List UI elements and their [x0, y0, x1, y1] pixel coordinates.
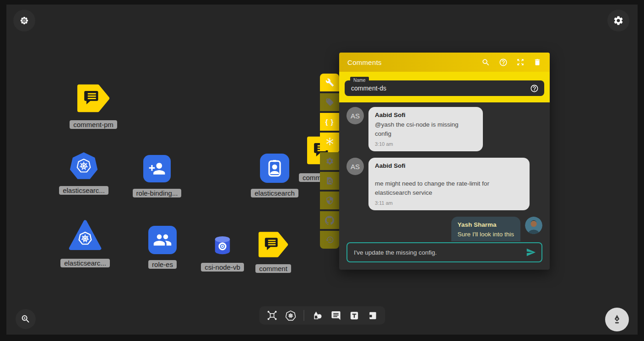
storage-cylinder-icon — [213, 235, 232, 256]
send-icon[interactable] — [526, 247, 536, 257]
node-label: role-binding... — [133, 189, 182, 197]
node-label: comment-pm — [70, 120, 117, 129]
node-csi-node-vb[interactable]: csi-node-vb — [196, 235, 249, 272]
node-elasticsearch-heptagon[interactable]: elasticsearc... — [58, 152, 110, 195]
comments-panel-header: Comments — [339, 53, 550, 72]
meshery-button[interactable] — [320, 133, 339, 150]
zoom-in-icon — [21, 314, 31, 324]
settings-button[interactable] — [607, 10, 629, 32]
comment-icon[interactable] — [330, 310, 341, 321]
settings-node-button[interactable] — [320, 152, 339, 170]
node-label: elasticsearc... — [59, 186, 108, 195]
inspect-button[interactable] — [320, 172, 339, 190]
kubernetes-triangle-icon — [68, 219, 102, 252]
message-time: 3:11 am — [375, 200, 523, 206]
kubernetes-icon[interactable] — [285, 310, 296, 321]
avatar: AS — [346, 158, 364, 175]
zoom-button[interactable] — [16, 309, 36, 329]
service-account-badge-icon — [264, 158, 285, 179]
people-icon — [153, 230, 172, 250]
message-text: @yash the csi-node is missing config — [375, 120, 476, 138]
toolbar-divider — [303, 310, 304, 321]
shield-icon — [325, 196, 334, 205]
github-button[interactable] — [320, 211, 339, 229]
node-label: csi-node-vb — [201, 263, 244, 272]
gear-icon — [325, 157, 334, 165]
node-comment[interactable]: comment — [247, 229, 299, 273]
app-logo-button[interactable] — [13, 10, 35, 32]
node-action-toolbar: { } — [320, 74, 339, 249]
avatar-photo — [525, 217, 542, 234]
kubernetes-heptagon-icon — [70, 152, 97, 180]
name-field-label: Name — [350, 77, 369, 84]
gear-icon — [613, 15, 624, 26]
braces-icon: { } — [325, 118, 334, 126]
message-text: me might need to change the rate-limit f… — [375, 179, 523, 197]
search-icon[interactable] — [482, 58, 490, 67]
node-role-es[interactable]: role-es — [136, 226, 189, 269]
canvas-toolbar — [259, 306, 385, 325]
json-config-button[interactable]: { } — [320, 113, 339, 131]
tag-icon — [325, 98, 334, 107]
comment-shape-icon — [258, 229, 288, 260]
chat-thread: AS Aabid Sofi @yash the csi-node is miss… — [339, 102, 550, 241]
name-field-section: Name — [339, 72, 550, 102]
node-comment-pm[interactable]: comment-pm — [67, 80, 119, 129]
message-text: Sure I'll look into this — [458, 230, 514, 239]
expand-icon[interactable] — [516, 58, 525, 66]
flower-logo-icon — [19, 16, 29, 26]
message-author: Yash Sharma — [458, 221, 514, 228]
configure-button[interactable] — [320, 74, 339, 91]
node-role-binding[interactable]: role-binding... — [131, 155, 183, 197]
node-elasticsearch-serviceaccount[interactable]: elasticsearch — [249, 154, 301, 197]
wrench-icon — [325, 78, 334, 87]
security-button[interactable] — [320, 192, 339, 209]
history-button[interactable] — [320, 231, 339, 249]
node-elasticsearch-triangle[interactable]: elasticsearc... — [59, 219, 111, 267]
message-author: Aabid Sofi — [375, 112, 476, 118]
node-label: elasticsearc... — [60, 259, 110, 267]
chat-message: Yash Sharma Sure I'll look into this 3:2… — [346, 217, 542, 241]
chat-message: AS Aabid Sofi me might need to change th… — [346, 158, 542, 210]
text-icon[interactable] — [349, 310, 359, 321]
comments-panel: Comments Name AS Aabid Sofi @yash the cs… — [339, 53, 550, 270]
avatar: AS — [346, 107, 364, 124]
message-input[interactable] — [353, 249, 521, 256]
comment-shape-icon — [77, 80, 110, 116]
node-label: comment — [255, 264, 291, 273]
tag-button[interactable] — [320, 93, 339, 111]
flowchart-icon[interactable] — [266, 310, 277, 321]
name-help-icon[interactable] — [530, 84, 539, 93]
node-label: role-es — [148, 260, 177, 269]
chat-message: AS Aabid Sofi @yash the csi-node is miss… — [346, 107, 542, 151]
message-time: 3:10 am — [375, 141, 476, 147]
node-label: elasticsearch — [251, 189, 298, 197]
snowflake-icon — [325, 137, 335, 146]
person-add-icon — [148, 160, 166, 177]
image-icon[interactable] — [367, 310, 378, 321]
doc-search-icon — [325, 176, 334, 185]
pen-nib-icon — [611, 314, 623, 325]
panel-title: Comments — [347, 59, 382, 66]
help-icon[interactable] — [499, 58, 508, 67]
pen-tool-button[interactable] — [605, 308, 629, 331]
message-composer — [346, 242, 542, 262]
shapes-icon[interactable] — [312, 310, 323, 321]
message-author: Aabid Sofi — [375, 162, 523, 169]
trash-icon[interactable] — [533, 58, 541, 66]
history-icon — [325, 235, 334, 244]
github-icon — [325, 216, 334, 225]
name-input[interactable] — [350, 84, 530, 92]
